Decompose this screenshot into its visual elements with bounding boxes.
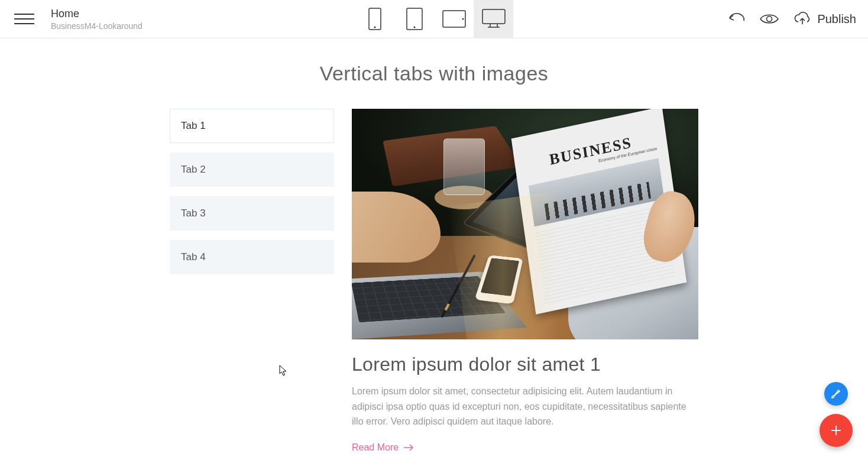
svg-point-3 <box>413 27 415 28</box>
tab-3[interactable]: Tab 3 <box>170 196 334 231</box>
vertical-tabs-block: Tab 1 Tab 2 Tab 3 Tab 4 <box>8 109 860 453</box>
tab-1[interactable]: Tab 1 <box>170 109 334 143</box>
mobile-icon <box>368 8 381 30</box>
plus-icon <box>829 423 843 438</box>
undo-icon <box>727 12 745 25</box>
read-more-link[interactable]: Read More <box>352 442 414 453</box>
undo-button[interactable] <box>727 12 745 25</box>
project-name: BusinessM4-Lookaround <box>51 21 142 31</box>
top-toolbar: Home BusinessM4-Lookaround Publish <box>0 0 868 38</box>
tab-content-image[interactable]: BUSINESS Economy of the European Union <box>352 109 698 339</box>
brush-icon <box>830 388 842 400</box>
tablet-landscape-icon <box>442 10 466 28</box>
device-tablet-portrait-button[interactable] <box>394 0 434 38</box>
svg-rect-6 <box>482 9 505 24</box>
top-right-actions: Publish <box>727 11 856 27</box>
page-meta: Home BusinessM4-Lookaround <box>51 8 142 31</box>
publish-button[interactable]: Publish <box>793 11 856 27</box>
svg-rect-4 <box>443 11 465 27</box>
tab-content: BUSINESS Economy of the European Union L… <box>352 109 698 453</box>
arrow-right-icon <box>403 444 414 451</box>
tabs-column: Tab 1 Tab 2 Tab 3 Tab 4 <box>170 109 334 453</box>
image-scene: BUSINESS Economy of the European Union <box>352 109 698 339</box>
cloud-upload-icon <box>793 11 811 27</box>
tab-2[interactable]: Tab 2 <box>170 153 334 187</box>
preview-button[interactable] <box>759 12 779 25</box>
tab-content-body[interactable]: Lorem ipsum dolor sit amet, consectetur … <box>352 384 698 429</box>
desktop-icon <box>482 9 506 29</box>
device-tablet-landscape-button[interactable] <box>434 0 474 38</box>
add-block-fab-button[interactable] <box>820 414 853 447</box>
eye-icon <box>759 12 779 25</box>
publish-label: Publish <box>817 12 856 26</box>
tab-4[interactable]: Tab 4 <box>170 240 334 274</box>
device-switcher <box>355 0 513 38</box>
svg-point-5 <box>462 18 464 20</box>
menu-button[interactable] <box>14 9 34 29</box>
page-title: Home <box>51 8 142 20</box>
canvas-inner: Vertical tabs with images Tab 1 Tab 2 Ta… <box>8 38 860 460</box>
tab-content-heading[interactable]: Lorem ipsum dolor sit amet 1 <box>352 354 698 375</box>
read-more-label: Read More <box>352 442 399 453</box>
device-mobile-button[interactable] <box>355 0 394 38</box>
style-fab-button[interactable] <box>824 382 848 406</box>
section-title[interactable]: Vertical tabs with images <box>8 62 860 85</box>
svg-point-10 <box>767 17 772 22</box>
svg-point-1 <box>374 27 375 28</box>
editor-canvas[interactable]: Vertical tabs with images Tab 1 Tab 2 Ta… <box>0 38 868 460</box>
device-desktop-button[interactable] <box>474 0 513 38</box>
tablet-portrait-icon <box>406 8 423 30</box>
fab-group <box>820 382 853 447</box>
